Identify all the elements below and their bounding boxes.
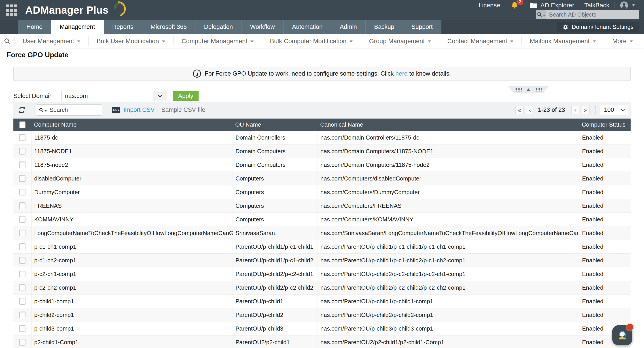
row-checkbox[interactable] <box>19 148 26 154</box>
cell-ou-name: Computers <box>232 199 318 212</box>
row-checkbox[interactable] <box>19 202 26 209</box>
license-link[interactable]: License <box>474 2 505 9</box>
row-checkbox[interactable] <box>19 257 26 264</box>
folder-icon <box>530 2 537 8</box>
cell-ou-name: ParentOU/p-child2 <box>232 308 318 322</box>
row-checkbox-cell <box>14 294 31 308</box>
last-page-button[interactable]: » <box>582 106 590 114</box>
column-header-computer-status[interactable]: Computer Status <box>579 121 630 128</box>
subnav-item-group-management[interactable]: Group Management <box>361 36 439 46</box>
row-checkbox-cell <box>14 308 31 322</box>
column-header-canonical-name[interactable]: Canonical Name <box>318 121 579 128</box>
row-checkbox[interactable] <box>19 325 26 332</box>
tab-backup[interactable]: Backup <box>366 20 403 34</box>
row-checkbox[interactable] <box>19 189 26 196</box>
tab-support[interactable]: Support <box>403 20 442 34</box>
cell-canonical-name: nas.com/Computers/KOMMAVINNY <box>318 213 579 226</box>
tab-workflow[interactable]: Workflow <box>242 20 284 34</box>
column-header-ou-name[interactable]: OU Name <box>232 121 318 128</box>
row-checkbox[interactable] <box>19 270 26 277</box>
chevron-down-icon <box>543 15 545 16</box>
row-checkbox[interactable] <box>19 339 26 346</box>
tab-microsoft-365[interactable]: Microsoft 365 <box>142 20 196 34</box>
global-search-input[interactable] <box>546 12 639 18</box>
cell-canonical-name: nas.com/Domain Controllers/11875-dc <box>318 131 579 144</box>
cell-canonical-name: nas.com/ParentOU/p-child3/p-child3-comp1 <box>318 322 579 335</box>
header-links: License 2 AD Explorer TalkBack <box>474 0 640 11</box>
talkback-link[interactable]: TalkBack <box>580 2 614 9</box>
subnav-item-more[interactable]: More <box>604 36 641 46</box>
row-checkbox[interactable] <box>19 243 26 250</box>
divider <box>596 105 596 115</box>
cell-computer-name: p-c1-ch2-comp1 <box>31 254 232 267</box>
cell-computer-status: Enabled <box>579 144 630 158</box>
chevron-down-icon[interactable] <box>618 105 628 115</box>
cell-ou-name: ParentOU/p-child2/p-c2-child1 <box>232 267 318 281</box>
cell-ou-name: ParentOU/p-child2/p-c2-child2 <box>232 281 318 294</box>
subnav-item-mailbox-management[interactable]: Mailbox Management <box>522 36 604 46</box>
subnav-item-contact-management[interactable]: Contact Management <box>439 36 522 46</box>
subnav-item-user-management[interactable]: User Management <box>14 36 88 46</box>
main-tabs: HomeManagementReportsMicrosoft 365Delega… <box>0 20 644 34</box>
row-checkbox-cell <box>14 144 31 158</box>
search-scope-button[interactable] <box>536 10 546 19</box>
subnav-item-computer-management[interactable]: Computer Management <box>173 36 262 46</box>
row-checkbox[interactable] <box>19 284 26 291</box>
ad-explorer-link[interactable]: AD Explorer <box>525 2 579 9</box>
cell-canonical-name: nas.com/ParentOU/p-child2/p-child2-comp1 <box>318 308 579 322</box>
row-checkbox[interactable] <box>19 312 26 318</box>
tab-automation[interactable]: Automation <box>284 20 332 34</box>
notifications-button[interactable]: 2 <box>505 1 524 10</box>
chevron-down-icon <box>428 40 431 42</box>
row-checkbox[interactable] <box>19 298 26 304</box>
chevron-down-icon[interactable] <box>153 91 167 101</box>
gear-icon <box>562 24 569 30</box>
chevron-down-icon <box>162 40 165 42</box>
support-chat-button[interactable] <box>612 325 632 345</box>
prev-page-button[interactable]: ‹ <box>526 106 534 114</box>
import-csv-link[interactable]: Import CSV <box>124 106 155 114</box>
select-all-checkbox[interactable] <box>19 122 26 128</box>
chevron-down-icon <box>350 40 353 42</box>
refresh-icon[interactable] <box>18 106 26 114</box>
row-checkbox-cell <box>14 240 31 254</box>
row-checkbox[interactable] <box>19 134 26 141</box>
panel-collapse-handle[interactable] <box>508 86 549 93</box>
subnav-item-label: More <box>612 38 626 45</box>
sample-csv-link[interactable]: Sample CSV file <box>162 106 206 114</box>
search-icon <box>537 12 542 17</box>
tab-reports[interactable]: Reports <box>104 20 142 34</box>
row-checkbox[interactable] <box>19 216 26 223</box>
tab-management[interactable]: Management <box>51 20 104 34</box>
chevron-down-icon <box>250 40 254 42</box>
subnav-item-bulk-user-modification[interactable]: Bulk User Modification <box>88 36 173 46</box>
tab-admin[interactable]: Admin <box>331 20 366 34</box>
cell-computer-name: 11875-node2 <box>31 158 232 172</box>
banner-here-link[interactable]: here <box>395 70 408 77</box>
account-menu[interactable] <box>614 1 640 10</box>
table-search-input[interactable] <box>50 106 99 114</box>
subnav-search-button[interactable] <box>0 38 14 44</box>
table-search <box>36 104 102 116</box>
cell-ou-name: ParentOU/p-child1 <box>232 294 318 308</box>
first-page-button[interactable]: « <box>516 106 524 114</box>
row-checkbox[interactable] <box>19 175 26 182</box>
domain-tenant-settings-button[interactable]: Domain/Tenant Settings <box>557 22 639 32</box>
page-size-select[interactable]: 100 <box>600 105 628 116</box>
cell-computer-status: Enabled <box>579 281 630 294</box>
cell-canonical-name: nas.com/ParentOU/p-child1/p-c1-child2/p-… <box>318 254 579 267</box>
apply-button[interactable]: Apply <box>173 91 198 101</box>
row-checkbox[interactable] <box>19 162 26 168</box>
tab-delegation[interactable]: Delegation <box>196 20 242 34</box>
apps-grid-icon[interactable] <box>6 4 17 16</box>
chevron-down-icon[interactable] <box>44 110 47 112</box>
next-page-button[interactable]: › <box>571 106 580 114</box>
row-checkbox[interactable] <box>19 230 26 236</box>
tab-home[interactable]: Home <box>18 20 51 34</box>
table-row: p-c2-ch2-comp1ParentOU/p-child2/p-c2-chi… <box>14 281 630 294</box>
table-body: 11875-dcDomain Controllersnas.com/Domain… <box>14 131 630 348</box>
cell-ou-name: ParentOU/p-child1/p-c1-child2 <box>232 254 318 267</box>
subnav-item-bulk-computer-modification[interactable]: Bulk Computer Modification <box>262 36 361 46</box>
domain-select[interactable]: nas.com <box>61 91 167 101</box>
column-header-computer-name[interactable]: Computer Name <box>31 121 232 128</box>
